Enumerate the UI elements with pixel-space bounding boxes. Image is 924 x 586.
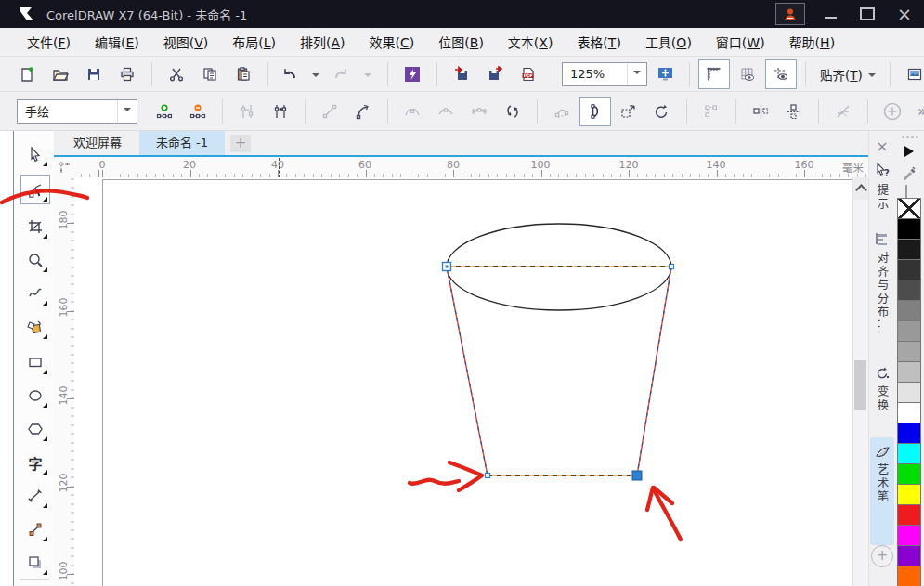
menu-effects[interactable]: 效果(C) xyxy=(358,28,427,56)
open-button[interactable] xyxy=(45,59,76,89)
redo-button[interactable] xyxy=(329,59,353,89)
palette-grip[interactable] xyxy=(902,136,918,138)
crop-tool[interactable] xyxy=(20,212,50,241)
color-eyedropper-button[interactable] xyxy=(901,164,917,181)
menu-tools[interactable]: 工具(O) xyxy=(633,28,704,56)
break-node-button[interactable] xyxy=(265,97,296,126)
polygon-tool[interactable] xyxy=(20,414,50,444)
import-button[interactable] xyxy=(446,59,477,89)
elastic-mode-button[interactable] xyxy=(827,97,859,126)
symmetric-node-button[interactable] xyxy=(463,97,495,126)
dimension-tool[interactable] xyxy=(20,481,50,511)
docker-tab-align-distribute[interactable]: 对齐与分布... xyxy=(869,231,895,335)
color-swatch[interactable] xyxy=(898,566,920,586)
align-nodes-button[interactable] xyxy=(696,97,727,126)
cut-button[interactable] xyxy=(161,59,192,89)
paste-button[interactable] xyxy=(228,59,259,89)
redo-dropdown-button[interactable] xyxy=(355,59,379,89)
vertical-scrollbar[interactable] xyxy=(852,177,868,586)
connector-tool[interactable] xyxy=(20,514,50,544)
color-swatch[interactable] xyxy=(898,240,920,260)
cusp-node-button[interactable] xyxy=(397,97,428,126)
tab-untitled-document[interactable]: 未命名 -1 xyxy=(139,131,225,155)
application-launcher-button[interactable] xyxy=(397,59,428,89)
new-document-button[interactable] xyxy=(11,59,43,89)
color-swatch[interactable] xyxy=(898,260,920,280)
docker-tab-hints[interactable]: ? 提示 xyxy=(869,162,895,211)
menu-view[interactable]: 视图(V) xyxy=(151,28,221,56)
drop-shadow-tool[interactable] xyxy=(20,548,50,578)
minimize-button[interactable] xyxy=(818,4,842,24)
show-guidelines-toggle[interactable] xyxy=(765,59,797,89)
property-bar-overflow-button[interactable]: » xyxy=(910,102,924,120)
docker-tab-artistic-media[interactable]: 艺术笔 xyxy=(869,443,895,504)
rectangle-tool[interactable] xyxy=(20,347,50,377)
account-button[interactable] xyxy=(775,3,805,25)
menu-window[interactable]: 窗口(W) xyxy=(704,28,777,56)
add-docker-button[interactable]: + xyxy=(869,545,895,567)
export-button[interactable] xyxy=(479,59,511,89)
close-docker-button[interactable]: × xyxy=(869,137,895,155)
text-tool[interactable]: 字 xyxy=(20,448,50,477)
color-swatch[interactable] xyxy=(898,423,920,444)
color-swatch[interactable] xyxy=(898,444,920,464)
options-button[interactable] xyxy=(899,59,924,89)
scroll-up-button[interactable] xyxy=(853,177,868,200)
menu-arrange[interactable]: 排列(A) xyxy=(288,28,358,56)
ruler-origin-button[interactable] xyxy=(54,157,74,177)
docker-tab-transform[interactable]: 变换 xyxy=(869,365,895,412)
new-tab-button[interactable]: + xyxy=(230,135,251,152)
color-swatch[interactable] xyxy=(898,280,920,301)
snap-to-dropdown[interactable]: 贴齐(T) xyxy=(814,60,881,88)
save-button[interactable] xyxy=(78,59,110,89)
rotate-nodes-button[interactable] xyxy=(646,97,678,126)
zoom-level-dropdown[interactable] xyxy=(627,63,646,85)
zoom-tool[interactable] xyxy=(20,245,50,275)
transparency-tool[interactable] xyxy=(20,582,50,586)
preset-dropdown[interactable] xyxy=(117,100,137,123)
color-swatch[interactable] xyxy=(898,362,920,383)
node-top-right[interactable] xyxy=(670,265,674,269)
pick-tool[interactable] xyxy=(20,139,50,169)
palette-flyout-button[interactable] xyxy=(904,146,919,157)
node-bottom-right-selected[interactable] xyxy=(632,471,642,480)
shape-tool[interactable] xyxy=(20,175,50,204)
zoom-level-combobox[interactable]: 125% xyxy=(562,62,647,86)
close-curve-button[interactable] xyxy=(546,97,578,126)
undo-button[interactable] xyxy=(277,59,301,89)
color-swatch[interactable] xyxy=(898,219,920,240)
reverse-direction-button[interactable] xyxy=(497,97,528,126)
color-swatch[interactable] xyxy=(898,505,920,526)
show-rulers-toggle[interactable] xyxy=(698,59,730,89)
undo-dropdown-button[interactable] xyxy=(303,59,327,89)
maximize-button[interactable] xyxy=(855,4,879,24)
show-grid-toggle[interactable] xyxy=(732,59,763,89)
color-swatch[interactable] xyxy=(898,485,920,505)
color-swatch[interactable] xyxy=(898,321,920,342)
menu-edit[interactable]: 编辑(E) xyxy=(83,28,151,56)
menu-text[interactable]: 文本(X) xyxy=(496,28,566,56)
scrollbar-thumb[interactable] xyxy=(854,360,866,410)
copy-button[interactable] xyxy=(194,59,226,89)
canvas[interactable] xyxy=(74,177,853,586)
freehand-tool[interactable] xyxy=(20,279,50,308)
print-button[interactable] xyxy=(111,59,143,89)
color-swatch[interactable] xyxy=(898,526,920,546)
smart-fill-tool[interactable] xyxy=(20,312,50,342)
delete-node-button[interactable] xyxy=(182,97,214,126)
color-swatch[interactable] xyxy=(898,464,920,485)
reduce-nodes-button[interactable] xyxy=(877,97,908,126)
add-node-button[interactable] xyxy=(149,97,180,126)
color-swatch[interactable] xyxy=(898,301,920,321)
menu-table[interactable]: 表格(T) xyxy=(565,28,633,56)
node-bottom-left[interactable] xyxy=(486,474,490,478)
color-swatch[interactable] xyxy=(898,403,920,423)
stretch-nodes-button[interactable] xyxy=(613,97,644,126)
color-swatch[interactable] xyxy=(898,342,920,362)
join-nodes-button[interactable] xyxy=(231,97,263,126)
color-swatch[interactable] xyxy=(898,546,920,566)
publish-pdf-button[interactable] xyxy=(513,59,544,89)
menu-layout[interactable]: 布局(L) xyxy=(220,28,288,56)
menu-bitmaps[interactable]: 位图(B) xyxy=(426,28,496,56)
tab-welcome-screen[interactable]: 欢迎屏幕 xyxy=(58,131,137,155)
